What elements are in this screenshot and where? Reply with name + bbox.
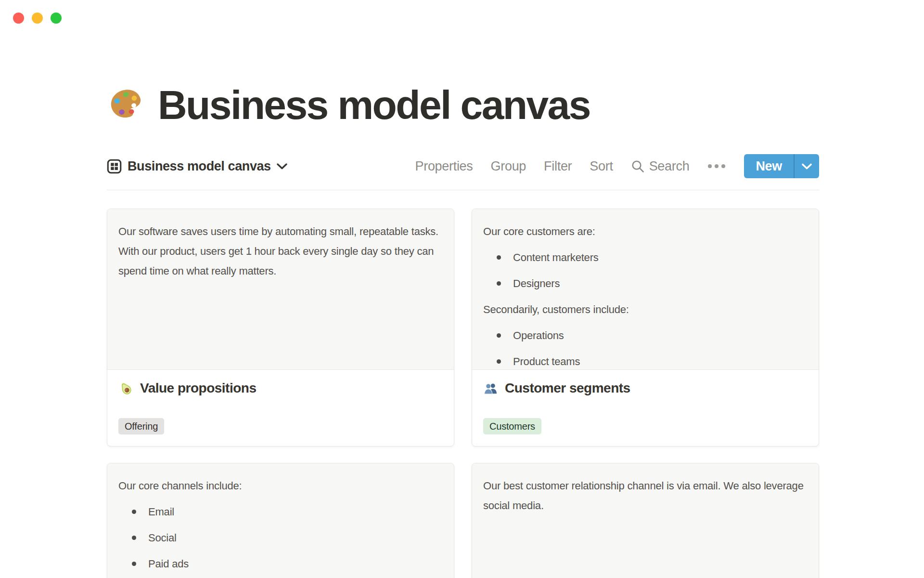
- card-preview: Our core customers are:Content marketers…: [472, 209, 819, 370]
- zoom-button[interactable]: [51, 13, 62, 24]
- card-title-row: Value propositions: [118, 381, 443, 396]
- preview-paragraph: Our core customers are:: [483, 222, 807, 241]
- card-title: Customer segments: [505, 381, 630, 396]
- bullet-icon: [132, 510, 136, 514]
- search-icon: [631, 159, 645, 173]
- view-toolbar: Business model canvas Properties Group F…: [107, 153, 819, 179]
- preview-paragraph: Secondarily, customers include:: [483, 300, 807, 319]
- preview-paragraph: Our software saves users time by automat…: [118, 222, 442, 281]
- group-button[interactable]: Group: [491, 159, 526, 174]
- search-button[interactable]: Search: [631, 159, 690, 174]
- bullet-icon: [132, 562, 136, 566]
- gallery-card[interactable]: Our software saves users time by automat…: [107, 209, 454, 447]
- preview-paragraph: Our best customer relationship channel i…: [483, 476, 807, 515]
- palette-icon: [108, 86, 145, 124]
- card-footer: Value propositionsOffering: [107, 370, 454, 434]
- card-footer: Customer segmentsCustomers: [472, 370, 819, 434]
- toolbar-divider: [107, 190, 819, 190]
- search-label: Search: [649, 159, 690, 174]
- new-dropdown-button[interactable]: [795, 154, 819, 178]
- list-item: Operations: [483, 326, 807, 345]
- list-item: Email: [118, 502, 442, 522]
- list-item-text: Operations: [513, 329, 564, 342]
- gallery-card[interactable]: Our core channels include:EmailSocialPai…: [107, 463, 454, 578]
- chevron-down-icon: [277, 163, 287, 170]
- list-item-text: Designers: [513, 277, 560, 289]
- bullet-icon: [132, 536, 136, 540]
- bullet-icon: [497, 281, 501, 286]
- card-title: Value propositions: [140, 381, 256, 396]
- list-item: Designers: [483, 274, 807, 293]
- filter-button[interactable]: Filter: [544, 159, 572, 174]
- tag-badge: Customers: [483, 418, 541, 434]
- app-window: Business model canvas Business model can…: [0, 0, 924, 578]
- list-item: Paid ads: [118, 554, 442, 574]
- gallery-grid: Our software saves users time by automat…: [107, 209, 819, 578]
- new-button-label[interactable]: New: [744, 154, 794, 178]
- card-preview: Our software saves users time by automat…: [107, 209, 454, 370]
- toolbar-actions: Properties Group Filter Sort Search New: [415, 154, 819, 178]
- ellipsis-icon[interactable]: [707, 161, 726, 171]
- gallery-card[interactable]: Our best customer relationship channel i…: [472, 463, 819, 578]
- window-controls: [13, 13, 62, 24]
- gallery-view-icon: [107, 159, 122, 174]
- tag-badge: Offering: [118, 418, 164, 434]
- bullet-icon: [497, 333, 501, 338]
- avocado-icon: [118, 381, 133, 396]
- page-header: Business model canvas: [108, 80, 590, 130]
- minimize-button[interactable]: [32, 13, 43, 24]
- preview-paragraph: Our core channels include:: [118, 476, 442, 496]
- properties-button[interactable]: Properties: [415, 159, 473, 174]
- bullet-icon: [497, 359, 501, 364]
- list-item-text: Email: [148, 506, 174, 518]
- view-switcher[interactable]: Business model canvas: [107, 159, 287, 174]
- list-item-text: Content marketers: [513, 251, 599, 263]
- bullet-icon: [497, 255, 501, 260]
- list-item-text: Social: [148, 532, 177, 544]
- close-button[interactable]: [13, 13, 24, 24]
- card-preview: Our best customer relationship channel i…: [472, 463, 819, 578]
- card-preview: Our core channels include:EmailSocialPai…: [107, 463, 454, 578]
- gallery-card[interactable]: Our core customers are:Content marketers…: [472, 209, 819, 447]
- list-item-text: Product teams: [513, 355, 580, 368]
- list-item: Product teams: [483, 352, 807, 370]
- page-title: Business model canvas: [158, 82, 590, 129]
- list-item-text: Paid ads: [148, 558, 189, 570]
- new-button[interactable]: New: [744, 154, 819, 178]
- list-item: Content marketers: [483, 248, 807, 267]
- people-icon: [483, 381, 498, 396]
- card-title-row: Customer segments: [483, 381, 808, 396]
- view-name: Business model canvas: [128, 159, 271, 174]
- sort-button[interactable]: Sort: [590, 159, 613, 174]
- list-item: Social: [118, 528, 442, 548]
